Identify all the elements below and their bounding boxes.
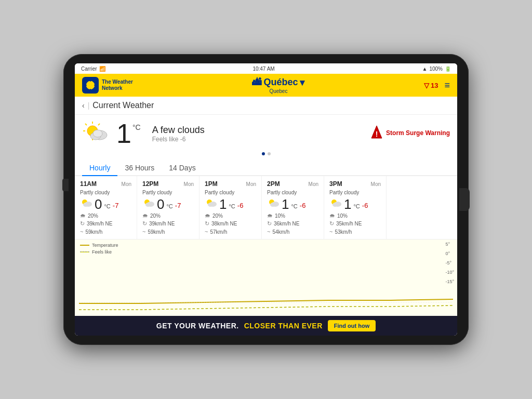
svg-point-32: [332, 203, 338, 207]
wind-icon-2: ↻: [142, 220, 147, 227]
ad-cta-button[interactable]: Find out how: [328, 320, 376, 331]
alert-badge[interactable]: ▽ 13: [424, 82, 438, 89]
temp-chart-svg: [79, 288, 453, 314]
city-label: Québec: [263, 77, 298, 88]
chart-legend: Temperature Feels like: [80, 243, 118, 255]
breadcrumb: ‹ | Current Weather: [75, 97, 457, 115]
tab-hourly[interactable]: Hourly: [82, 161, 117, 176]
battery-text: 100%: [429, 66, 443, 72]
chart-label-0: 0°: [445, 251, 454, 256]
hour-day-4: Mon: [309, 181, 318, 187]
weather-condition: A few clouds: [152, 125, 205, 136]
hour-card-1pm: 1PM Mon Partly cloudy 1 °C -6: [200, 176, 262, 239]
hour-desc-1: Partly cloudy: [80, 190, 131, 195]
rain-icon-5: 🌧: [329, 212, 335, 219]
dot-1: [262, 152, 265, 155]
forecast-tabs: Hourly 36 Hours 14 Days: [75, 157, 457, 176]
status-carrier: Carrier 📶: [81, 66, 105, 72]
volume-button[interactable]: [62, 179, 69, 191]
chart-label-neg5: -5°: [445, 260, 454, 265]
hour-unit-5: °C: [353, 203, 360, 209]
hour-day-5: Mon: [371, 181, 381, 187]
wifi-icon: 📶: [99, 66, 105, 72]
legend-feels-like: Feels like: [80, 249, 118, 255]
alert-triangle-icon: ▽: [424, 82, 429, 89]
precip-1: 20%: [88, 213, 98, 219]
city-icon: 🏙: [252, 77, 261, 88]
gust-icon-3: ~: [205, 229, 208, 235]
tablet-screen: Carrier 📶 10:47 AM ▲ 100% 🔋: [75, 63, 457, 336]
hour-desc-5: Partly cloudy: [329, 190, 381, 195]
chart-label-neg15: -15°: [445, 279, 454, 284]
menu-button[interactable]: ≡: [444, 80, 450, 91]
hour-feels-1: -7: [113, 202, 119, 209]
hour-card-3pm: 3PM Mon Partly cloudy 1 °C -6: [324, 176, 387, 239]
hour-card-12pm: 12PM Mon Partly cloudy 0 °C -7: [137, 176, 200, 239]
gust-5: 53km/h: [335, 229, 352, 235]
precip-5: 10%: [337, 213, 348, 219]
hour-temp-5: 1: [344, 197, 351, 211]
wind-1: 39km/h NE: [87, 221, 112, 227]
alert-count: 13: [431, 82, 438, 89]
svg-point-29: [270, 203, 275, 207]
back-button[interactable]: ‹: [82, 101, 85, 110]
home-button[interactable]: [459, 188, 470, 211]
storm-alert[interactable]: ! Storm Surge Warning: [370, 125, 450, 142]
gust-3: 57km/h: [210, 229, 227, 235]
svg-point-20: [83, 203, 88, 207]
ad-banner: GET YOUR WEATHER. CLOSER THAN EVER Find …: [75, 316, 457, 336]
hour-temp-3: 1: [219, 197, 227, 211]
hour-temp-2: 0: [157, 197, 164, 211]
legend-feels-label: Feels like: [92, 249, 112, 255]
hour-card-2pm: 2PM Mon Partly cloudy 1 °C -6: [262, 176, 324, 239]
precip-2: 20%: [150, 213, 161, 219]
tab-36hours[interactable]: 36 Hours: [117, 161, 162, 176]
hour-temp-4: 1: [282, 197, 289, 211]
hour-icon-3: [205, 197, 217, 211]
logo-text: The Weather Network: [102, 79, 133, 91]
header-right: ▽ 13 ≡: [424, 80, 450, 91]
storm-alert-text: Storm Surge Warning: [386, 129, 450, 138]
logo-line1: The Weather: [102, 79, 133, 85]
svg-line-11: [85, 124, 87, 125]
wind-5: 35km/h NE: [336, 221, 362, 227]
legend-temp-label: Temperature: [92, 243, 118, 248]
gust-icon-1: ~: [80, 229, 83, 235]
hour-desc-3: Partly cloudy: [205, 190, 256, 195]
wind-3: 38km/h NE: [211, 221, 237, 227]
precip-4: 10%: [275, 213, 285, 219]
hour-icon-2: [142, 197, 155, 211]
ad-text-white: GET YOUR WEATHER.: [156, 322, 239, 330]
logo-line2: Network: [102, 85, 133, 91]
pagination-dots: [75, 150, 457, 157]
hour-day-3: Mon: [246, 181, 256, 187]
hour-icon-4: [267, 197, 280, 211]
gust-icon-5: ~: [329, 229, 332, 235]
gust-1: 59km/h: [85, 229, 102, 235]
chart-label-neg10: -10°: [445, 270, 454, 275]
city-name[interactable]: 🏙 Québec ▾: [252, 77, 304, 88]
status-bar: Carrier 📶 10:47 AM ▲ 100% 🔋: [75, 63, 457, 74]
gust-icon-2: ~: [142, 229, 145, 235]
wind-icon-4: ↻: [267, 220, 272, 227]
chart-y-labels: 5° 0° -5° -10° -15°: [445, 242, 454, 284]
weather-description: A few clouds Feels like -6: [152, 125, 205, 143]
ad-text-yellow: CLOSER THAN EVER: [244, 322, 323, 330]
hour-feels-4: -6: [300, 202, 306, 209]
rain-icon-1: 🌧: [80, 212, 86, 219]
hour-icon-5: [329, 197, 342, 211]
temp-line-swatch: [80, 245, 89, 246]
wind-icon-3: ↻: [205, 220, 209, 227]
hour-day-2: Mon: [184, 181, 194, 187]
status-battery: ▲ 100% 🔋: [422, 66, 451, 72]
hour-feels-3: -6: [237, 202, 244, 209]
hour-day-1: Mon: [122, 181, 131, 187]
hour-time-2: 12PM: [142, 180, 158, 188]
legend-temperature: Temperature: [80, 243, 118, 248]
tab-14days[interactable]: 14 Days: [162, 161, 203, 176]
rain-icon-4: 🌧: [267, 212, 273, 219]
hour-desc-4: Partly cloudy: [267, 190, 318, 195]
hour-feels-2: -7: [175, 202, 181, 209]
feels-line-swatch: [80, 251, 89, 252]
hourly-scroll-area[interactable]: 11AM Mon Partly cloudy 0 °C -7: [75, 176, 457, 240]
